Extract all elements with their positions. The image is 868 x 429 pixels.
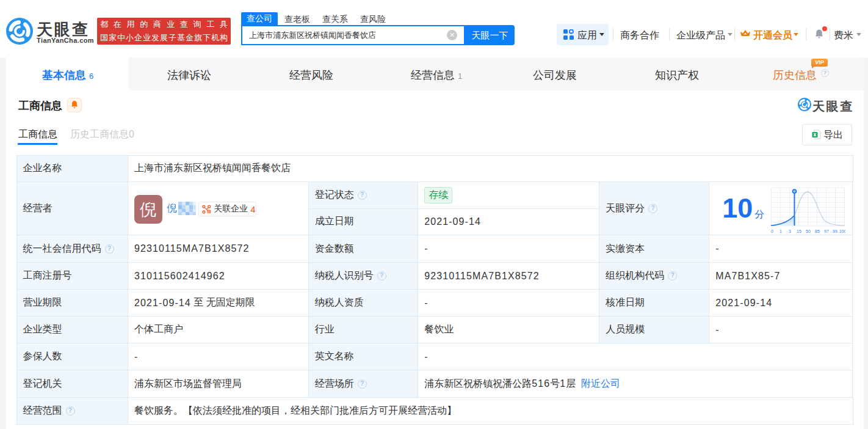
svg-text:0: 0 — [771, 229, 773, 233]
svg-text:15: 15 — [797, 229, 801, 233]
svg-text:85: 85 — [815, 229, 820, 233]
svg-text:100: 100 — [839, 229, 845, 233]
svg-text:99: 99 — [833, 229, 837, 233]
svg-text:50: 50 — [806, 229, 811, 233]
svg-text:企: 企 — [207, 210, 211, 213]
svg-text:1: 1 — [779, 229, 782, 233]
svg-text:97: 97 — [824, 229, 829, 233]
svg-text:3: 3 — [789, 229, 791, 233]
